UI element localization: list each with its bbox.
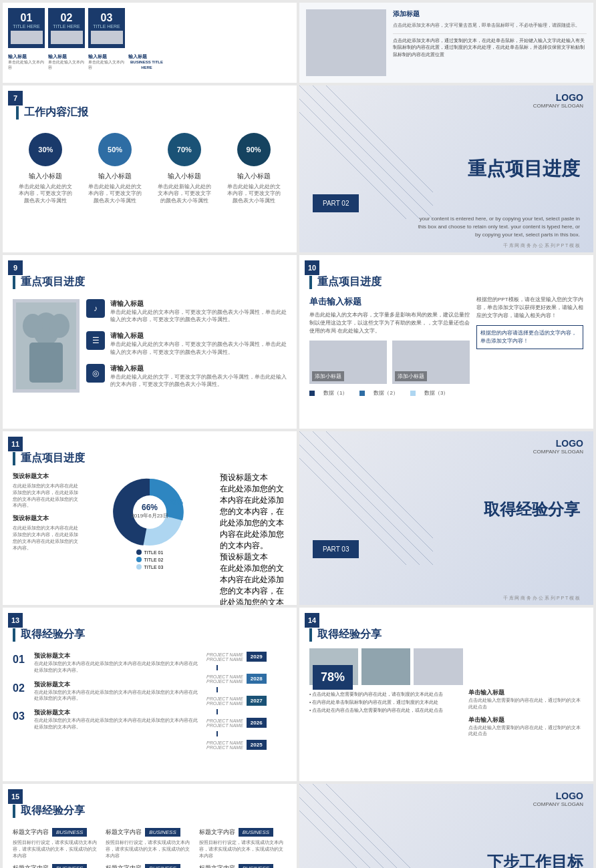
svg-point-11 [133,495,166,529]
col2-title-14: 单击输入标题 [468,716,583,724]
num-badge-2: 02 [13,680,29,696]
title-line-14 [309,628,312,642]
slide-8: LOGO COMPANY SLOGAN PART 02 重点项目进度 your … [299,85,593,252]
right-desc-2: 在此处添加您的文本内容在此处添加您的文本内容，在此处添加您的文本内容。 [220,563,287,605]
item-row-1: ♪ 请输入标题 单击此处输入此处的文本内容，可更改文字的颜色表大小等属性，单击此… [86,299,287,323]
num-item-2: 02 预设标题文本 在此处添加您的文本内容在此处添加您的文本内容在此处添加您的文… [13,680,200,702]
slogan-12: COMPANY SLOGAN [533,449,583,455]
percent-badge-14: 78% [313,665,353,690]
slide-9-title: 重点项目进度 [21,275,85,289]
svg-rect-7 [29,343,63,383]
bar-desc-1: 单击此处输入此处的文本内容，可更改文字的颜色表大小等属性 [19,184,72,204]
pie-chart: 66% 2019年6月23日 [110,472,190,552]
svg-line-20 [326,784,433,868]
col1-title-14: 单击输入标题 [468,688,583,697]
bc-header-2: 标题文字内容 BUSINESS [106,828,193,837]
num-text-2: 预设标题文本 在此处添加您的文本内容在此处添加您的文本内容在此处添加您的文本内容… [34,680,200,702]
bars-container: 30% 输入小标题 单击此处输入此处的文本内容，可更改文字的颜色表大小等属性 5… [16,133,283,204]
svg-line-15 [326,431,433,538]
num-item-3: 03 预设标题文本 在此处添加您的文本内容在此处添加您的文本内容在此处添加您的文… [13,708,200,730]
svg-line-18 [299,784,433,868]
slide-12: LOGO COMPANY SLOGAN PART 03 取得经验分享 千 库 网… [299,431,593,605]
slide-13-content: 01 预设标题文本 在此处添加您的文本内容在此处添加您的文本内容在此处添加您的文… [13,652,287,750]
title-line-13 [13,628,15,642]
left-desc-1: 在此处添加您的文本内容在此处添加您的文本内容，在此处添加您的文本内容在此处添加您… [13,483,80,509]
bc-header-4: 标题文字内容 BUSINESS [13,864,100,868]
slide-number-14: 14 [305,613,319,628]
slide-top-left: 01 TITLE HERE 02 TITLE HERE 03 TITLE HER… [3,3,297,83]
slide-11-title-bar: 重点项目进度 [13,451,287,465]
bar-desc-4: 单击此处输入此处的文本内容，可更改文字的颜色表大小等属性 [227,184,281,204]
svg-line-22 [299,811,406,868]
left-label-2: 预设标题文本 [13,514,80,523]
slide-16: LOGO COMPANY SLOGAN PART 04 下步工作目标 your … [299,784,593,868]
num-text-1: 预设标题文本 在此处添加您的文本内容在此处添加您的文本内容在此处添加您的文本内容… [34,652,200,674]
title-accent-line [16,106,19,120]
slide-16-logo-area: LOGO COMPANY SLOGAN [533,791,583,807]
svg-line-14 [313,431,433,552]
slide-7-title: 工作内容汇报 [24,105,88,120]
slide-13: 13 取得经验分享 01 预设标题文本 在此处添加您的文本内容在此处添加您的文本… [3,608,297,781]
pie-pct2: 27% [170,499,183,506]
slide-10: 10 重点项目进度 单击输入标题 单击此处输入的文本内容，文字量多是影响布局的效… [299,255,593,429]
tl-item-3: PROJECT NAME PROJECT NAME 2027 [206,696,287,706]
title-line-10 [309,276,312,289]
img-label-1: 添加小标题 [312,371,344,381]
slide-number-13: 13 [8,613,23,628]
svg-line-2 [326,85,433,192]
slide-9-items: ♪ 请输入标题 单击此处输入此处的文本内容，可更改文字的颜色表大小等属性，单击此… [86,299,287,393]
tl-year-5: 2025 [247,740,267,750]
title-line-15 [13,805,15,818]
slide-10-input-title: 单击输入标题 [309,296,470,308]
right-label-2: 预设标题文本 [220,552,287,563]
biz-card-3: 标题文字内容 BUSINESS 按照目标行行设定，请求实现成功文本内容，请求实现… [199,828,287,859]
bar-label-2: 输入小标题 [98,172,132,181]
bar-item-3: 70% 输入小标题 单击此处新输入此处的文本内容，可更改文字的颜色表大小等属性 [158,133,211,204]
slide-11: 11 重点项目进度 预设标题文本 在此处添加您的文本内容在此处添加您的文本内容，… [3,431,297,605]
tl-item-2: PROJECT NAME PROJECT NAME 2028 [206,674,287,684]
biz-card-5: 标题文字内容 BUSINESS 按照目标行行设定，请求实现成功文本内容，请求实现… [106,864,193,868]
slide-13-left-items: 01 预设标题文本 在此处添加您的文本内容在此处添加您的文本内容在此处添加您的文… [13,652,200,750]
item-icon-1: ♪ [86,299,105,318]
info-col-1: 单击输入标题 点击此处输入您需要制的内容在此处，通过制约的文本此处点击 [468,688,583,710]
slide-14-img-3 [414,648,462,685]
item-text-2: 请输入标题 单击此处输入此处的文本内容，可更改文字的颜色表大小等属性，单击此处输… [110,331,287,355]
svg-text:2019年6月23日: 2019年6月23日 [131,513,168,519]
people-illustration [16,302,76,389]
legend-1: 数据（1） [323,389,347,397]
slide-8-desc: your content is entered here, or by copy… [413,215,580,239]
bc-header-6: 标题文字内容 BUSINESS [199,864,287,868]
tl-connector-3 [216,709,218,714]
logo-text-12: LOGO [533,438,583,449]
bar-item-2: 50% 输入小标题 单击此处输入此处的文本内容，可更改文字的颜色表大小等属性 [88,133,142,204]
slide-10-right-desc: 根据您的PPT模板，请在这里输入您的文字内容，单击添加文字以获得更好效果，请输入… [476,296,583,320]
bc-header-5: 标题文字内容 BUSINESS [106,864,193,868]
right-label-1: 预设标题文本 [220,472,287,483]
slide-8-main-title: 重点项目进度 [468,156,580,182]
slide-9-image [13,299,80,393]
slide-11-right: 预设标题文本 在此处添加您的文本内容在此处添加您的文本内容，在此处添加您的文本内… [220,472,287,605]
slide-15-title: 取得经验分享 [21,804,85,818]
slide-number-15: 15 [8,789,23,804]
bar-circle-3: 70% [168,133,201,166]
slide-11-title: 重点项目进度 [21,451,85,465]
biz-card-2: 标题文字内容 BUSINESS 按照目标行行设定，请求实现成功文本内容，请求实现… [106,828,193,859]
slide-10-title-bar: 重点项目进度 [309,275,583,289]
decorative-lines-16 [299,784,433,868]
slide-14-img-2 [361,648,410,685]
pie-legend: TITLE 01 TITLE 02 TITLE 03 [136,550,164,570]
top-right-desc: 点击此处添加文本内容，文字可量去首尾，即单击鼠标即可，不必动手输理，请跟随提示。 [393,22,587,29]
svg-point-8 [23,314,43,338]
tl-item-1: PROJECT NAME PROJECT NAME 2029 [206,652,287,662]
slide-9-title-bar: 重点项目进度 [13,275,287,289]
slide-12-logo-area: LOGO COMPANY SLOGAN [533,438,583,455]
slide-7-title-bar: 工作内容汇报 [16,105,283,120]
slide-number-11: 11 [8,437,23,451]
slogan-8: COMPANY SLOGAN [533,103,583,109]
svg-line-1 [313,85,433,206]
tl-year-4: 2026 [247,718,267,728]
slogan-16: COMPANY SLOGAN [533,801,583,807]
bar-item-1: 30% 输入小标题 单击此处输入此处的文本内容，可更改文字的颜色表大小等属性 [19,133,72,204]
slide-11-left: 预设标题文本 在此处添加您的文本内容在此处添加您的文本内容，在此处添加您的文本内… [13,472,80,605]
slide-11-content: 预设标题文本 在此处添加您的文本内容在此处添加您的文本内容，在此处添加您的文本内… [13,472,287,605]
